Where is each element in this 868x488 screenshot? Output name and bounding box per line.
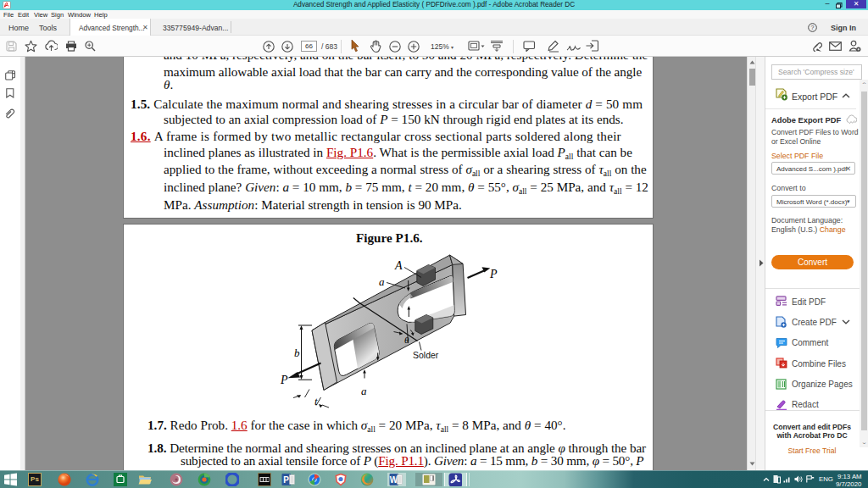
svg-text:Solder: Solder	[413, 350, 439, 360]
svg-text:a: a	[361, 385, 367, 397]
svg-text:P: P	[280, 374, 288, 386]
svg-text:a: a	[379, 275, 385, 288]
svg-text:b: b	[294, 347, 300, 359]
svg-text:?: ?	[811, 25, 815, 30]
svg-text:P: P	[283, 475, 289, 485]
svg-text:θ: θ	[404, 335, 409, 345]
svg-text:t: t	[314, 395, 318, 408]
svg-text:A: A	[394, 259, 403, 272]
svg-text:P: P	[489, 268, 498, 280]
